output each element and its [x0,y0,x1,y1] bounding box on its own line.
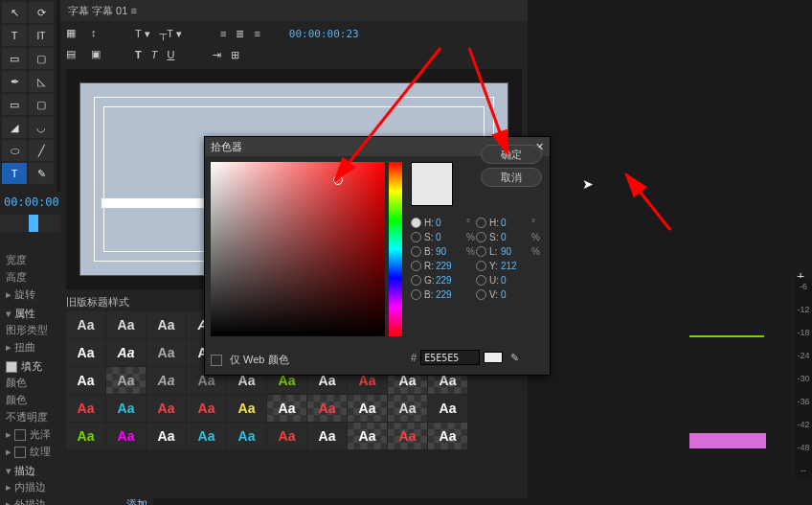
strokes-section[interactable]: 描边 [14,465,35,476]
style-swatch[interactable]: Aa [106,339,146,366]
templates-icon[interactable]: ▤ [66,48,81,61]
tool-eyedropper[interactable]: ✎ [29,163,54,184]
tool-wedge[interactable]: ◢ [2,117,27,138]
style-swatch[interactable]: Aa [66,423,105,449]
cancel-button[interactable]: 取消 [481,168,542,187]
r-value[interactable]: 229 [436,261,464,271]
tool-type-v[interactable]: IT [29,25,54,46]
font-style-dd[interactable]: ┬T ▾ [160,28,182,40]
style-swatch[interactable]: Aa [187,423,226,449]
style-swatch[interactable]: Aa [307,423,347,449]
tool-selection[interactable]: ↖ [2,2,27,23]
style-swatch[interactable]: Aa [388,395,427,422]
style-swatch[interactable]: Aa [348,395,387,422]
italic-icon[interactable]: T [151,49,158,60]
timeline-timecode[interactable]: 00:00:00:23 [0,192,60,213]
bold-icon[interactable]: T [135,49,142,60]
align-center-icon[interactable]: ≣ [236,28,244,40]
show-video-icon[interactable]: ▣ [91,48,106,61]
style-swatch[interactable]: Aa [66,395,105,422]
align-left-icon[interactable]: ≡ [220,28,226,39]
tool-ellipse[interactable]: ⬭ [2,140,27,161]
texture-label[interactable]: 纹理 [30,446,51,457]
style-swatch[interactable]: Aa [428,423,467,449]
hex-input[interactable] [420,350,480,365]
tool-line[interactable]: ╱ [29,140,54,161]
radio-g[interactable] [411,275,421,286]
u-value[interactable]: 0 [501,275,530,286]
hue-slider[interactable] [389,162,402,336]
b-value[interactable]: 90 [436,246,464,257]
saturation-value-field[interactable] [211,162,385,336]
attributes-section[interactable]: 属性 [14,308,35,319]
fill-checkbox[interactable] [6,361,17,373]
style-swatch[interactable]: Aa [147,423,186,449]
s2-value[interactable]: 0 [501,232,530,242]
tool-area-type[interactable]: ▭ [2,48,27,69]
new-title-icon[interactable]: ▦ [66,27,81,40]
ok-button[interactable]: 确定 [481,145,542,164]
radio-bl[interactable] [411,289,421,300]
tool-anchor[interactable]: ◺ [29,71,54,92]
style-swatch[interactable]: Aa [348,423,387,449]
tool-text-selected[interactable]: T [2,163,27,184]
radio-y[interactable] [476,261,486,271]
l-value[interactable]: 90 [501,246,530,257]
style-swatch[interactable]: Aa [227,423,266,449]
style-swatch[interactable]: Aa [66,339,105,366]
tool-pen[interactable]: ✒ [2,71,27,92]
style-swatch[interactable]: Aa [66,367,105,394]
align-right-icon[interactable]: ≡ [254,28,259,39]
tab-icon[interactable]: ⇥ [213,49,221,61]
style-swatch[interactable]: Aa [147,395,186,422]
tool-rotate[interactable]: ⟳ [29,2,54,23]
v-value[interactable]: 0 [501,289,530,300]
style-swatch[interactable]: Aa [388,423,427,449]
h2-value[interactable]: 0 [501,218,530,228]
radio-h[interactable] [411,218,421,228]
h-value[interactable]: 0 [436,218,464,228]
style-swatch[interactable]: Aa [106,395,146,422]
radio-s2[interactable] [476,232,486,242]
style-swatch[interactable]: Aa [66,311,105,338]
sheen-label[interactable]: 光泽 [30,428,51,440]
texture-checkbox[interactable] [14,447,26,458]
style-swatch[interactable]: Aa [267,423,306,449]
font-family-dd[interactable]: T ▾ [135,28,150,40]
style-swatch[interactable]: Aa [106,311,146,338]
tool-path-type[interactable]: ▢ [29,48,54,69]
titler-tab[interactable]: 字幕 字幕 01 ≡ [60,0,528,21]
style-swatch[interactable]: Aa [106,367,146,394]
y-value[interactable]: 212 [501,261,530,271]
roll-crawl-icon[interactable]: ↕ [91,27,106,40]
style-swatch[interactable]: Aa [106,423,146,449]
tool-type-h[interactable]: T [2,25,27,46]
style-swatch[interactable]: Aa [267,395,306,422]
radio-r[interactable] [411,261,421,271]
tool-arc[interactable]: ◡ [29,117,54,138]
tool-roundrect[interactable]: ▢ [29,94,54,115]
underline-icon[interactable]: U [167,49,174,60]
radio-h2[interactable] [476,218,486,228]
style-swatch[interactable]: Aa [147,339,186,366]
radio-l[interactable] [476,246,486,257]
s-value[interactable]: 0 [436,232,464,242]
style-swatch[interactable]: Aa [147,367,186,394]
style-swatch[interactable]: Aa [227,395,266,422]
blue-value[interactable]: 229 [436,289,464,300]
web-only-checkbox[interactable] [211,355,222,366]
radio-v[interactable] [476,289,486,300]
timeline-mini[interactable] [0,215,60,232]
eyedropper-icon[interactable]: ✎ [510,352,522,363]
radio-u[interactable] [476,275,486,286]
sheen-checkbox[interactable] [14,429,26,441]
video-clip[interactable] [689,433,766,448]
style-swatch[interactable]: Aa [307,395,347,422]
style-swatch[interactable]: Aa [428,395,467,422]
distribute-icon[interactable]: ⊞ [231,49,239,61]
radio-s[interactable] [411,232,421,242]
style-swatch[interactable]: Aa [187,395,226,422]
fill-section[interactable]: 填充 [21,360,42,372]
radio-b[interactable] [411,246,421,257]
distort-label[interactable]: 扭曲 [14,341,35,353]
